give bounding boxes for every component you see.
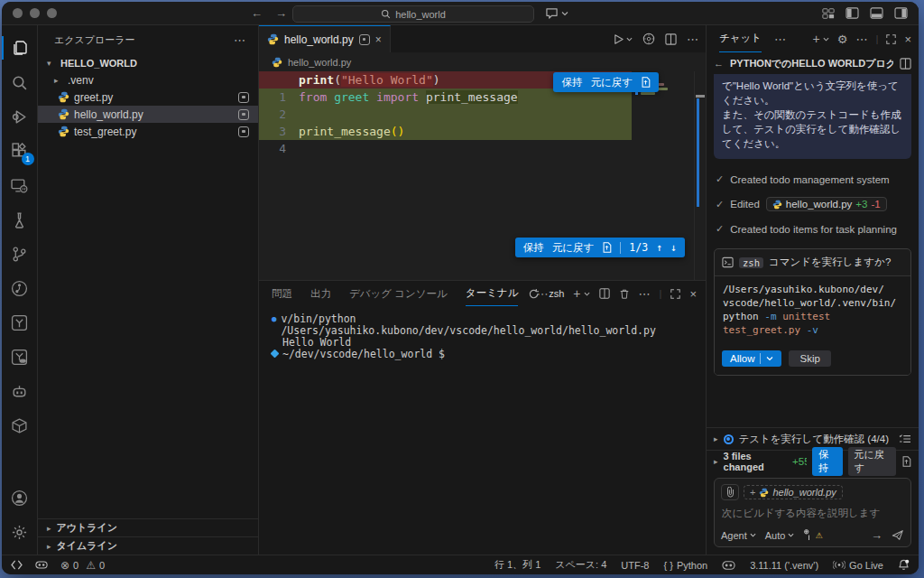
keep-change-button[interactable]: 保持 [523,239,544,256]
customize-layout-icon[interactable] [822,7,835,20]
extensions-view-icon[interactable]: 1 [2,134,38,168]
source-control-icon[interactable] [2,237,38,271]
keep-file-icon[interactable] [602,242,612,253]
tab-problems[interactable]: 問題 [272,281,292,306]
split-editor-icon[interactable] [665,33,677,45]
editor-more-actions-icon[interactable]: ⋯ [687,33,698,46]
accounts-icon[interactable] [2,480,38,515]
back-icon[interactable]: ← [714,58,724,69]
new-chat-button[interactable]: + [813,32,829,46]
maximize-chat-icon[interactable] [886,34,896,44]
file-row-test-greet[interactable]: test_greet.py [38,123,258,140]
tab-output[interactable]: 出力 [310,281,331,306]
problems-indicator[interactable]: ⊗ 0 ⚠ 0 [60,559,105,572]
search-view-icon[interactable] [2,65,38,99]
close-panel-icon[interactable]: × [689,287,697,301]
history-back-icon[interactable]: ← [251,6,263,20]
tab-hello-world-py[interactable]: hello_world.py × [259,25,391,52]
commit-graph-icon[interactable] [2,271,38,305]
indentation[interactable]: スペース: 4 [555,558,606,572]
command-center-search[interactable]: hello_world [292,5,534,23]
file-row-greet[interactable]: greet.py [38,89,258,106]
testing-view-icon[interactable] [2,202,38,237]
context-attachment-chip[interactable]: + hello_world.py [744,485,843,499]
open-chat-in-editor-icon[interactable] [900,58,911,70]
close-tab-icon[interactable]: × [375,33,382,46]
encoding[interactable]: UTF-8 [621,560,649,571]
modified-by-chat-icon[interactable] [238,92,249,103]
copilot-chat-menu[interactable] [545,7,568,19]
copilot-status-icon[interactable] [722,560,735,571]
panel-more-actions-icon[interactable]: ⋯ [639,287,651,301]
tab-debug-console[interactable]: デバッグ コンソール [349,281,448,306]
chat-input-placeholder[interactable]: 次にビルドする内容を説明します [722,507,903,520]
remote-explorer-icon[interactable] [2,168,38,202]
terminal-shell-label[interactable]: zsh [549,288,564,299]
file-row-hello-world[interactable]: hello_world.py [38,106,258,123]
history-forward-icon[interactable]: → [275,6,287,20]
breadcrumb[interactable]: hello_world.py [259,52,706,71]
keep-change-button[interactable]: 保持 [561,74,582,91]
tab-terminal[interactable]: ターミナル [466,281,519,306]
previous-change-icon[interactable]: ↑ [656,239,662,256]
maximize-panel-icon[interactable] [670,289,680,299]
run-python-file-button[interactable] [613,33,633,45]
send-button[interactable] [892,529,904,541]
language-mode[interactable]: { } Python [663,560,707,571]
voice-arrow-icon[interactable]: → [871,528,882,542]
copilot-seat-icon[interactable] [35,560,48,570]
notifications-bell-icon[interactable] [898,559,910,571]
undo-change-button[interactable]: 元に戻す [552,239,595,256]
allow-button[interactable]: Allow [722,350,781,367]
model-picker[interactable]: Auto [765,530,795,541]
edited-file-chip[interactable]: hello_world.py +3 -1 [766,197,887,211]
chat-more-actions-icon[interactable]: ⋯ [855,33,867,46]
modified-by-chat-icon[interactable] [238,126,249,137]
remote-indicator[interactable] [11,560,23,570]
outline-section[interactable]: ▸ アウトライン [38,518,258,536]
chat-settings-gear-icon[interactable]: ⚙ [837,33,848,46]
toggle-panel-icon[interactable] [870,7,883,19]
y-branch-icon[interactable] [2,305,38,340]
folder-row-hello-world[interactable]: ▾ HELLO_WORLD [38,54,258,71]
tools-warning-icon[interactable]: ⚠ [803,529,822,541]
robot-icon[interactable] [2,374,38,408]
cursor-position[interactable]: 行 1、列 1 [494,558,541,572]
traffic-lights[interactable] [13,8,57,18]
timeline-section[interactable]: ▸ タイムライン [38,536,258,555]
skip-button[interactable]: Skip [789,350,830,367]
undo-all-button[interactable]: 元に戻す [848,447,896,476]
explorer-view-icon[interactable] [2,31,38,65]
attach-context-button[interactable] [721,484,739,500]
mode-picker[interactable]: Agent [721,530,756,541]
go-live-button[interactable]: Go Live [833,560,883,571]
settings-gear-icon[interactable] [2,515,38,549]
explorer-more-actions-icon[interactable]: ⋯ [234,33,245,47]
new-terminal-button[interactable]: + [573,286,589,301]
next-change-icon[interactable]: ↓ [670,239,677,256]
tab-chat[interactable]: チャット [719,25,762,52]
relaunch-terminal-icon[interactable] [528,288,540,300]
modified-by-chat-icon[interactable] [359,34,370,45]
files-changed-row[interactable]: ▸ 3 files changed +55 保持 元に戻す [707,450,919,472]
zoom-window-button[interactable] [47,8,57,18]
run-debug-icon[interactable] [2,99,38,134]
kill-terminal-icon[interactable] [619,288,630,300]
folder-row-venv[interactable]: ▸ .venv [38,71,258,89]
keep-file-icon[interactable] [641,77,651,88]
overview-ruler[interactable] [694,71,706,280]
copilot-icon[interactable] [642,33,655,45]
todo-list-icon[interactable] [899,434,911,444]
terminal-output[interactable]: ●v/bin/python /Users/yasuhiko.kubono/dev… [259,306,706,555]
code-editor[interactable]: print("Hello World") 1 from greet import… [259,71,706,280]
minimize-window-button[interactable] [30,8,40,18]
toggle-secondary-sidebar-icon[interactable] [894,7,908,19]
python-interpreter[interactable]: 3.11.11 ('.venv') [750,560,818,571]
chat-input-box[interactable]: + hello_world.py 次にビルドする内容を説明します Agent A [714,478,911,547]
y-branch-cloud-icon[interactable] [2,340,38,374]
close-chat-icon[interactable]: × [904,33,911,46]
undo-change-button[interactable]: 元に戻す [590,74,633,91]
keep-file-icon[interactable] [901,456,911,467]
close-window-button[interactable] [13,8,23,18]
toggle-primary-sidebar-icon[interactable] [845,7,859,19]
